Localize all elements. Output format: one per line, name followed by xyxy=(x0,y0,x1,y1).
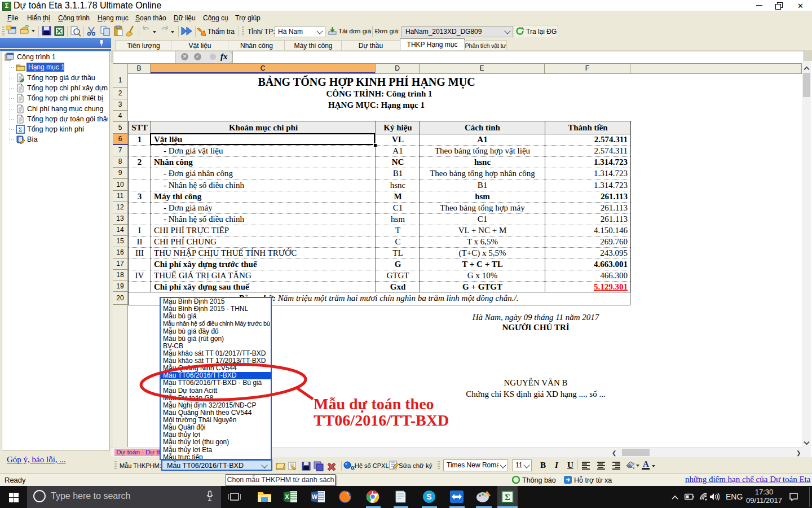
svg-text:α: α xyxy=(351,464,355,471)
svg-text:Σ: Σ xyxy=(18,126,22,133)
svg-text:X: X xyxy=(285,493,289,500)
svg-text:W: W xyxy=(312,493,318,500)
svg-text:S: S xyxy=(426,492,431,501)
svg-text:Σ: Σ xyxy=(505,493,510,502)
